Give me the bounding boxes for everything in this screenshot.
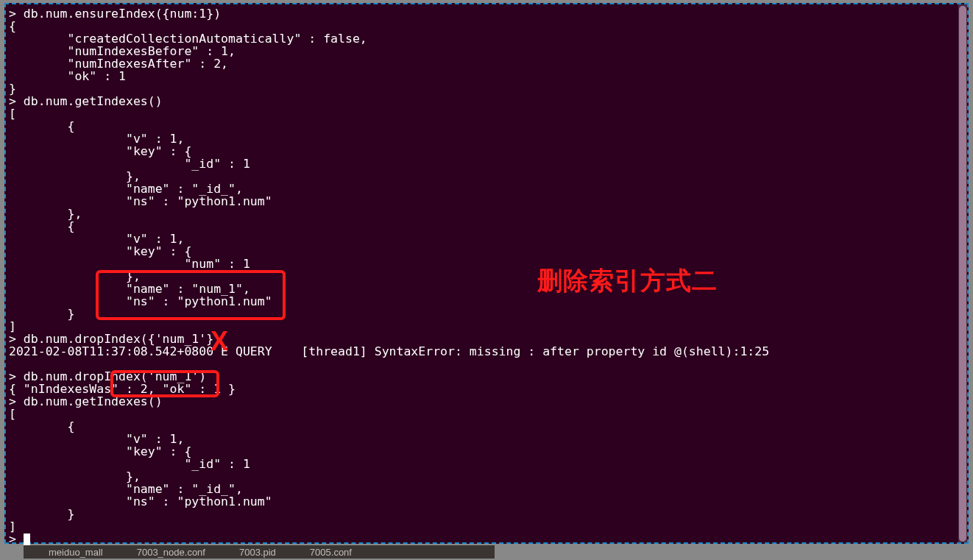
terminal-output[interactable]: > db.num.ensureIndex({num:1}) { "created… <box>6 4 967 542</box>
terminal-window: > db.num.ensureIndex({num:1}) { "created… <box>4 3 969 544</box>
terminal-cursor <box>24 534 30 545</box>
taskbar-item[interactable]: 7003_node.conf <box>137 547 205 558</box>
taskbar-item[interactable]: meiduo_mall <box>49 547 103 558</box>
taskbar-item[interactable]: 7005.conf <box>310 547 352 558</box>
taskbar-fragment: meiduo_mall 7003_node.conf 7003.pid 7005… <box>24 545 495 559</box>
taskbar-item[interactable]: 7003.pid <box>239 547 276 558</box>
